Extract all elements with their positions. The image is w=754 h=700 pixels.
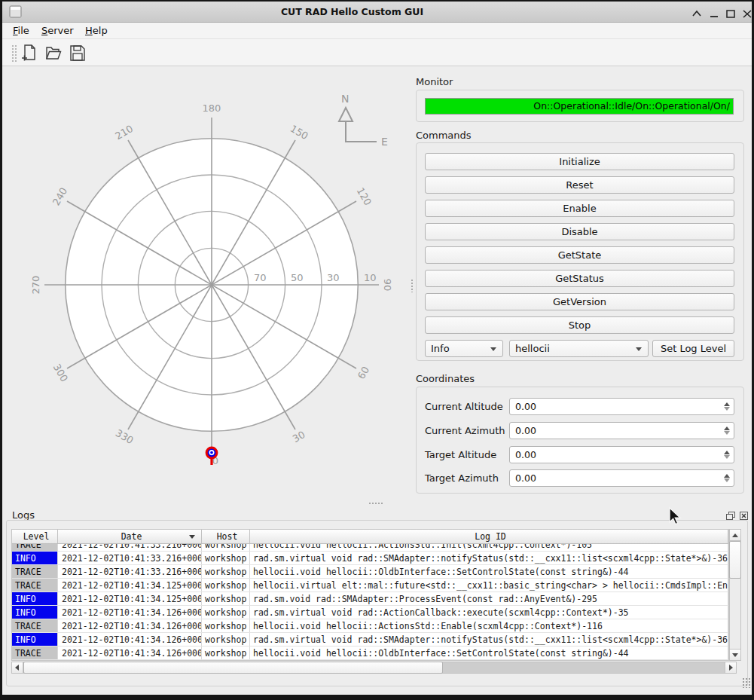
svg-text:10: 10 bbox=[364, 272, 377, 283]
menu-server[interactable]: Server bbox=[41, 25, 74, 36]
target-altitude-value: 0.00 bbox=[515, 449, 536, 460]
maximize-button[interactable] bbox=[725, 9, 736, 19]
current-azimuth-value: 0.00 bbox=[515, 425, 536, 436]
svg-text:240: 240 bbox=[50, 185, 69, 207]
svg-text:210: 210 bbox=[113, 123, 135, 142]
svg-text:90: 90 bbox=[382, 279, 393, 292]
log-level-value: Info bbox=[431, 343, 450, 354]
table-row[interactable]: INFO2021-12-02T10:41:34.126+0000workshop… bbox=[12, 633, 728, 647]
application-window: CUT RAD Hello Custom GUI File Server Hel… bbox=[0, 0, 754, 700]
horizontal-scroll-thumb[interactable] bbox=[23, 662, 443, 674]
sort-descending-icon bbox=[189, 535, 195, 539]
target-altitude-spinbox[interactable]: 0.00 bbox=[509, 446, 734, 463]
spin-down-icon[interactable] bbox=[724, 431, 730, 435]
toolbar-drag-handle[interactable] bbox=[11, 44, 17, 63]
column-header-host[interactable]: Host bbox=[202, 530, 250, 543]
svg-text:300: 300 bbox=[51, 362, 70, 384]
vertical-scroll-thumb[interactable] bbox=[729, 541, 741, 579]
spin-down-icon[interactable] bbox=[724, 478, 730, 482]
spin-down-icon[interactable] bbox=[724, 455, 730, 459]
table-row[interactable]: INFO2021-12-02T10:41:34.125+0000workshop… bbox=[12, 592, 728, 606]
compass-rose bbox=[339, 108, 377, 142]
polar-skyplot: 70 50 30 10 180 150 120 90 60 30 0 330 3… bbox=[0, 66, 413, 505]
menu-help[interactable]: Help bbox=[85, 25, 108, 36]
spin-up-icon[interactable] bbox=[724, 451, 730, 454]
chevron-down-icon bbox=[490, 347, 496, 351]
logs-group-label: Logs bbox=[12, 509, 35, 521]
toolbar bbox=[2, 38, 752, 66]
enable-button[interactable]: Enable bbox=[425, 200, 734, 217]
current-azimuth-spinbox[interactable]: 0.00 bbox=[509, 422, 734, 439]
svg-text:30: 30 bbox=[291, 429, 307, 445]
set-log-level-button[interactable]: Set Log Level bbox=[652, 340, 734, 357]
coordinates-group-label: Coordinates bbox=[416, 373, 475, 384]
getstatus-button[interactable]: GetStatus bbox=[425, 270, 734, 287]
minimize-button[interactable] bbox=[709, 9, 719, 19]
monitor-group-label: Monitor bbox=[416, 76, 453, 87]
svg-text:30: 30 bbox=[327, 272, 340, 283]
close-button[interactable] bbox=[742, 9, 752, 19]
svg-text:70: 70 bbox=[254, 272, 267, 283]
chevron-down-icon bbox=[636, 347, 642, 351]
commands-group-label: Commands bbox=[416, 130, 472, 141]
svg-text:330: 330 bbox=[114, 427, 136, 446]
target-azimuth-value: 0.00 bbox=[515, 472, 536, 484]
table-row[interactable]: TRACE2021-12-02T10:41:34.125+0000worksho… bbox=[12, 579, 728, 592]
reset-button[interactable]: Reset bbox=[425, 176, 734, 194]
save-icon[interactable] bbox=[69, 44, 87, 63]
log-level-combobox[interactable]: Info bbox=[425, 340, 503, 357]
current-altitude-label: Current Altitude bbox=[425, 398, 503, 415]
compass-north-label: N bbox=[341, 93, 349, 105]
target-altitude-label: Target Altitude bbox=[425, 446, 496, 463]
current-altitude-spinbox[interactable]: 0.00 bbox=[509, 398, 734, 415]
window-title: CUT RAD Hello Custom GUI bbox=[2, 6, 752, 17]
scroll-down-button[interactable] bbox=[729, 649, 741, 661]
initialize-button[interactable]: Initialize bbox=[425, 153, 734, 170]
svg-text:180: 180 bbox=[203, 102, 221, 114]
svg-text:50: 50 bbox=[291, 272, 304, 283]
new-file-icon[interactable] bbox=[20, 44, 38, 63]
target-azimuth-label: Target Azimuth bbox=[425, 469, 499, 487]
disable-button[interactable]: Disable bbox=[425, 223, 734, 240]
logger-combobox[interactable]: hellocii bbox=[509, 340, 649, 357]
current-azimuth-label: Current Azimuth bbox=[425, 422, 505, 439]
compass-east-label: E bbox=[381, 136, 388, 148]
spin-up-icon[interactable] bbox=[724, 402, 730, 406]
table-row[interactable]: INFO2021-12-02T10:41:33.216+0000workshop… bbox=[12, 552, 728, 565]
table-row[interactable]: TRACE2021-12-02T10:41:34.126+0000worksho… bbox=[12, 619, 728, 633]
column-header-logid[interactable]: Log ID bbox=[250, 530, 728, 543]
horizontal-splitter-handle[interactable] bbox=[368, 502, 383, 505]
title-bar[interactable]: CUT RAD Hello Custom GUI bbox=[2, 2, 752, 23]
getstate-button[interactable]: GetState bbox=[425, 246, 734, 264]
table-row[interactable]: TRACE2021-12-02T10:41:33.216+0000worksho… bbox=[12, 565, 728, 579]
resize-grip[interactable] bbox=[742, 677, 751, 688]
getversion-button[interactable]: GetVersion bbox=[425, 293, 734, 310]
vertical-splitter-handle[interactable] bbox=[411, 279, 414, 292]
log-table[interactable]: Level Date Host Log ID TRACE2021-12-02T1… bbox=[11, 529, 729, 661]
stop-button[interactable]: Stop bbox=[425, 316, 734, 334]
logger-value: hellocii bbox=[515, 343, 550, 354]
spin-down-icon[interactable] bbox=[724, 407, 730, 411]
scroll-left-button[interactable] bbox=[11, 662, 23, 674]
current-altitude-value: 0.00 bbox=[515, 401, 536, 412]
svg-text:270: 270 bbox=[30, 276, 41, 295]
scroll-up-button[interactable] bbox=[729, 529, 741, 541]
spin-up-icon[interactable] bbox=[724, 426, 730, 430]
log-table-header[interactable]: Level Date Host Log ID bbox=[12, 530, 728, 544]
column-header-date[interactable]: Date bbox=[58, 530, 202, 543]
mouse-cursor bbox=[666, 506, 682, 526]
menu-file[interactable]: File bbox=[13, 25, 29, 36]
table-row[interactable]: INFO2021-12-02T10:41:34.126+0000workshop… bbox=[12, 606, 728, 619]
target-azimuth-spinbox[interactable]: 0.00 bbox=[509, 469, 734, 487]
table-row[interactable]: TRACE2021-12-02T10:41:34.126+0000worksho… bbox=[12, 647, 728, 660]
spin-up-icon[interactable] bbox=[724, 474, 730, 478]
column-header-level[interactable]: Level bbox=[12, 530, 58, 543]
svg-text:120: 120 bbox=[355, 185, 374, 207]
svg-text:60: 60 bbox=[356, 365, 371, 381]
table-row[interactable]: TRACE2021-12-02T10:41:33.216+0000worksho… bbox=[12, 544, 728, 552]
scroll-right-button[interactable] bbox=[725, 662, 737, 674]
svg-text:150: 150 bbox=[288, 123, 310, 142]
open-file-icon[interactable] bbox=[44, 44, 63, 63]
shade-button[interactable] bbox=[691, 9, 702, 19]
azimuth-spokes bbox=[44, 118, 379, 452]
